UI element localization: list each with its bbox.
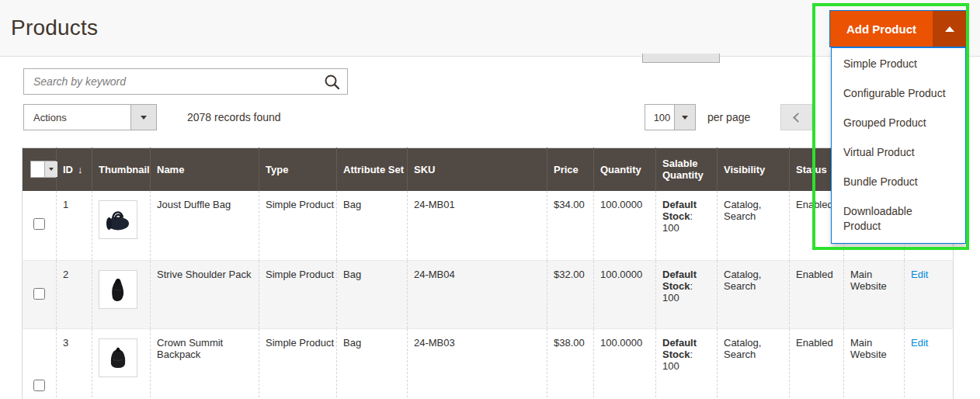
search-submit-button[interactable] <box>324 74 341 91</box>
menu-item-virtual-product[interactable]: Virtual Product <box>832 138 965 168</box>
column-header-sku[interactable]: SKU <box>408 148 547 191</box>
chevron-left-icon <box>793 113 803 123</box>
column-header-quantity[interactable]: Quantity <box>594 148 656 191</box>
menu-item-grouped-product[interactable]: Grouped Product <box>832 109 965 138</box>
cell-quantity: 100.0000 <box>594 329 656 399</box>
cell-websites: Main Website <box>844 329 905 399</box>
cell-status: Enabled <box>790 329 844 399</box>
duffle-bag-thumbnail <box>99 200 137 239</box>
column-header-attribute-set[interactable]: Attribute Set <box>337 148 408 191</box>
page-size-select[interactable]: 100 <box>645 104 696 130</box>
search-input[interactable] <box>24 69 347 94</box>
sort-descending-icon: ↓ <box>78 164 83 175</box>
cell-name: Strive Shoulder Pack <box>151 261 259 329</box>
row-checkbox[interactable] <box>33 218 45 230</box>
row-checkbox[interactable] <box>33 288 45 300</box>
cell-sku: 24-MB04 <box>408 261 547 329</box>
per-page-label: per page <box>707 111 750 123</box>
cell-salable-quantity: Default Stock 100 <box>656 191 718 261</box>
page-size-value: 100 <box>645 105 674 130</box>
cell-attribute-set: Bag <box>337 261 408 329</box>
cell-price: $32.00 <box>547 261 594 329</box>
menu-item-downloadable-product[interactable]: Downloadable Product <box>832 197 965 241</box>
edit-link[interactable]: Edit <box>911 269 928 280</box>
cell-type: Simple Product <box>259 191 337 261</box>
add-product-dropdown-toggle[interactable] <box>933 11 966 47</box>
column-header-name[interactable]: Name <box>151 148 259 191</box>
add-product-menu: Simple Product Configurable Product Grou… <box>831 47 966 244</box>
cell-quantity: 100.0000 <box>594 191 656 261</box>
actions-select[interactable]: Actions <box>23 104 157 130</box>
keyword-search <box>23 68 348 95</box>
menu-item-configurable-product[interactable]: Configurable Product <box>832 79 965 109</box>
cell-visibility: Catalog, Search <box>718 191 790 261</box>
add-product-button[interactable]: Add Product <box>830 11 933 47</box>
chevron-down-icon <box>682 116 688 120</box>
cell-price: $38.00 <box>547 329 594 399</box>
backpack-thumbnail <box>99 338 137 377</box>
cell-status: Enabled <box>790 261 844 329</box>
chevron-up-icon <box>945 26 954 32</box>
table-row: 1 Joust Duffle Bag Simple Product Bag 24… <box>23 191 954 261</box>
table-row: 3 Crown Summit Backpack Simple Product B… <box>23 329 954 399</box>
column-header-thumbnail[interactable]: Thumbnail <box>92 148 151 191</box>
cell-quantity: 100.0000 <box>594 261 656 329</box>
cell-id: 1 <box>57 191 92 261</box>
search-icon <box>324 82 341 93</box>
select-all-control[interactable] <box>30 161 58 178</box>
chevron-down-icon <box>141 116 147 120</box>
column-header-visibility[interactable]: Visibility <box>718 148 790 191</box>
menu-item-simple-product[interactable]: Simple Product <box>832 50 965 79</box>
cell-sku: 24-MB01 <box>408 191 547 261</box>
column-header-price[interactable]: Price <box>547 148 594 191</box>
select-all-header <box>23 148 57 191</box>
previous-page-button[interactable] <box>780 104 812 130</box>
cell-sku: 24-MB03 <box>408 329 547 399</box>
cell-action: Edit <box>905 329 954 399</box>
page-size-toggle[interactable] <box>674 105 695 130</box>
edit-link[interactable]: Edit <box>911 337 928 349</box>
column-header-type[interactable]: Type <box>259 148 337 191</box>
cell-type: Simple Product <box>259 329 337 399</box>
clipped-toolbar-button[interactable] <box>642 54 720 63</box>
records-found-text: 2078 records found <box>187 111 281 123</box>
column-header-id[interactable]: ID↓ <box>57 148 92 191</box>
cell-websites: Main Website <box>844 261 905 329</box>
cell-name: Crown Summit Backpack <box>151 329 259 399</box>
table-row: 2 Strive Shoulder Pack Simple Product Ba… <box>23 261 954 329</box>
cell-type: Simple Product <box>259 261 337 329</box>
menu-item-bundle-product[interactable]: Bundle Product <box>832 168 965 197</box>
column-header-salable-quantity[interactable]: Salable Quantity <box>656 148 718 191</box>
cell-visibility: Catalog, Search <box>718 329 790 399</box>
cell-action: Edit <box>905 261 954 329</box>
cell-name: Joust Duffle Bag <box>151 191 259 261</box>
cell-salable-quantity: Default Stock 100 <box>656 329 718 399</box>
cell-attribute-set: Bag <box>337 329 408 399</box>
products-grid: ID↓ Thumbnail Name Type Attribute Set SK… <box>22 147 953 399</box>
page-title: Products <box>11 16 98 40</box>
row-checkbox[interactable] <box>33 380 45 391</box>
select-all-dropdown-toggle[interactable] <box>44 161 57 177</box>
add-product-split-button: Add Product <box>829 10 967 47</box>
shoulder-pack-thumbnail <box>99 270 137 309</box>
select-all-checkbox[interactable] <box>31 161 44 177</box>
cell-price: $34.00 <box>547 191 594 261</box>
cell-attribute-set: Bag <box>337 191 408 261</box>
actions-select-value: Actions <box>24 105 130 130</box>
chevron-down-icon <box>49 168 54 171</box>
grid-header-row: ID↓ Thumbnail Name Type Attribute Set SK… <box>23 148 954 191</box>
cell-visibility: Catalog, Search <box>718 261 790 329</box>
cell-salable-quantity: Default Stock 100 <box>656 261 718 329</box>
cell-id: 2 <box>57 261 92 329</box>
actions-select-toggle[interactable] <box>130 105 156 130</box>
cell-id: 3 <box>57 329 92 399</box>
